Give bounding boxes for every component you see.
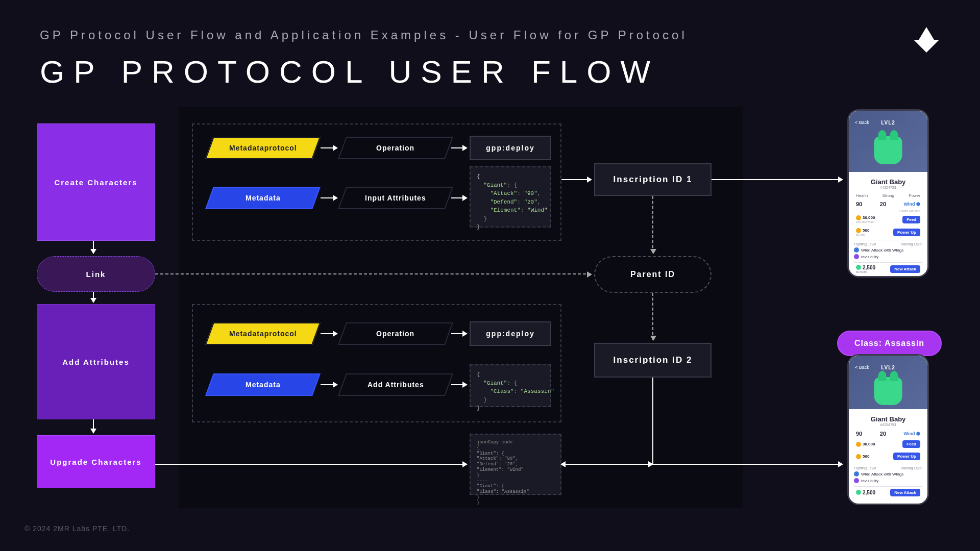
metadata-tag-2: Metadata bbox=[205, 373, 321, 396]
arrow-add-to-upgrade bbox=[93, 419, 94, 433]
phone-attack-1: 90 bbox=[856, 201, 862, 207]
phone-coin1-1: 30,000 bbox=[863, 215, 875, 220]
phone-back-1: < Back bbox=[855, 120, 869, 125]
op-value-label-2: gpp:deploy bbox=[486, 330, 534, 338]
protocol-tag-2: Metadataprotocol bbox=[205, 322, 321, 345]
arrow-insc2-code bbox=[561, 464, 652, 465]
phone-skill2-1: Invisibility bbox=[861, 255, 878, 259]
arrow-proto2-op bbox=[321, 333, 337, 334]
feed-button-1: Feed bbox=[902, 216, 920, 223]
metadata-label-1: Metadata bbox=[246, 194, 281, 202]
input-attrs-tag-1: Input Attributes bbox=[338, 187, 453, 209]
arrow-meta1-attrs bbox=[321, 197, 337, 198]
new-attack-button-1: New Attack bbox=[890, 265, 920, 273]
class-badge: Class: Assassin bbox=[837, 331, 942, 356]
phone-lvl-2: LVL2 bbox=[881, 365, 895, 370]
add-attrs-label-2: Add Attributes bbox=[368, 381, 424, 389]
merged-code-block: jsonCopy code { "Giant": { "Attack": "90… bbox=[470, 434, 561, 495]
phone-name-1: Giant Baby bbox=[854, 178, 922, 186]
phone-id-1: #4254753 bbox=[854, 186, 922, 189]
phone-element-1: Wind bbox=[904, 202, 915, 207]
arrow-insc2-phone2 bbox=[652, 464, 842, 465]
op-value-label-1: gpp:deploy bbox=[486, 144, 534, 152]
phone-element-sub-1: Power Element bbox=[854, 209, 922, 212]
create-characters-box: Create Characters bbox=[37, 123, 155, 241]
upgrade-characters-label: Upgrade Characters bbox=[50, 458, 141, 466]
arrow-insc1-phone1 bbox=[712, 179, 842, 180]
phone-skill2-2: Invisibility bbox=[861, 479, 878, 483]
phone-skill1-2: Wind Attack with Wings bbox=[861, 472, 903, 477]
arrow-parent-insc2 bbox=[652, 293, 653, 340]
class-badge-label: Class: Assassin bbox=[854, 339, 924, 347]
add-attributes-box: Add Attributes bbox=[37, 304, 155, 419]
phone-back-2: < Back bbox=[855, 365, 869, 370]
arrow-link-to-add bbox=[93, 292, 94, 302]
phone-lvl-1: LVL2 bbox=[881, 120, 895, 126]
input-attrs-label-1: Input Attributes bbox=[365, 194, 426, 202]
phone-defend-1: 20 bbox=[880, 201, 886, 207]
inscription-1-box: Inscription ID 1 bbox=[594, 163, 712, 196]
powerup-button-1: Power Up bbox=[893, 229, 920, 236]
page-title: GP PROTOCOL USER FLOW bbox=[40, 54, 659, 90]
phone-defend-2: 20 bbox=[880, 431, 886, 437]
metadata-label-2: Metadata bbox=[246, 381, 281, 389]
add-attrs-tag-2: Add Attributes bbox=[338, 373, 453, 396]
operation-label-2: Operation bbox=[376, 330, 414, 338]
phone-skill1-1: Wind Attack with Wings bbox=[861, 248, 903, 253]
create-characters-label: Create Characters bbox=[54, 178, 137, 187]
phone-coin1-2: 30,000 bbox=[863, 442, 875, 446]
arrow-meta2-attrs bbox=[321, 384, 337, 385]
parent-id-label: Parent ID bbox=[630, 270, 675, 279]
link-label: Link bbox=[86, 270, 106, 279]
feed-button-2: Feed bbox=[902, 440, 920, 448]
op-value-2: gpp:deploy bbox=[470, 321, 551, 346]
operation-label-1: Operation bbox=[376, 144, 414, 152]
operation-tag-2: Operation bbox=[338, 322, 453, 345]
phone-name-2: Giant Baby bbox=[854, 415, 922, 423]
phone-stat-labels-1: HealthStrongPower bbox=[854, 193, 922, 198]
parent-id-pill: Parent ID bbox=[594, 256, 712, 293]
new-attack-button-2: New Attack bbox=[890, 489, 920, 496]
arrow-op2-val bbox=[451, 333, 467, 334]
phone-char-icon-2 bbox=[874, 377, 902, 405]
arrow-attrs2-code bbox=[451, 384, 467, 385]
protocol-label-1: Metadataprotocol bbox=[229, 144, 297, 152]
arrow-attrs1-code bbox=[451, 197, 467, 198]
arrow-proto1-op bbox=[321, 147, 337, 148]
arrow-link-parent bbox=[155, 273, 591, 274]
arrow-op1-val bbox=[451, 147, 467, 148]
protocol-label-2: Metadataprotocol bbox=[229, 330, 297, 338]
arrow-create-to-link bbox=[93, 241, 94, 253]
phone-coin2-2: 500 bbox=[863, 454, 869, 459]
upgrade-characters-box: Upgrade Characters bbox=[37, 435, 155, 488]
code-block-2: { "Giant": { "Class": "Assassin" } } bbox=[470, 364, 551, 407]
phone-mockup-1: < Back LVL2 Giant Baby #4254753 HealthSt… bbox=[847, 109, 929, 278]
inscription-2-label: Inscription ID 2 bbox=[614, 355, 693, 365]
protocol-tag-1: Metadataprotocol bbox=[205, 137, 321, 159]
page-subtitle: GP Protocol User Flow and Application Ex… bbox=[40, 28, 688, 42]
add-attributes-label: Add Attributes bbox=[62, 358, 130, 366]
op-value-1: gpp:deploy bbox=[470, 136, 551, 160]
metadata-tag-1: Metadata bbox=[205, 187, 321, 209]
code-block-1: { "Giant": { "Attack": "90", "Defend": "… bbox=[470, 166, 551, 228]
link-pill: Link bbox=[37, 256, 155, 292]
arrow-insc1-parent bbox=[652, 196, 653, 253]
brand-logo bbox=[909, 24, 944, 60]
phone-attack-2: 90 bbox=[856, 431, 862, 437]
inscription-1-label: Inscription ID 1 bbox=[614, 174, 693, 185]
arrow-flow1-insc1 bbox=[561, 179, 591, 180]
operation-tag-1: Operation bbox=[338, 137, 453, 159]
phone-char-icon-1 bbox=[874, 136, 902, 164]
phone-element-2: Wind bbox=[904, 431, 915, 436]
copyright: © 2024 2MR Labs PTE. LTD. bbox=[24, 524, 130, 533]
phone-mockup-2: < Back LVL2 Giant Baby #4254753 90 20 Wi… bbox=[847, 354, 929, 505]
inscription-2-box: Inscription ID 2 bbox=[594, 343, 712, 378]
powerup-button-2: Power Up bbox=[893, 453, 920, 460]
phone-id-2: #4254753 bbox=[854, 423, 922, 427]
line-insc2-down bbox=[652, 378, 653, 464]
arrow-upgrade-code bbox=[155, 464, 467, 465]
phone-coin2-1: 500 bbox=[863, 228, 869, 233]
